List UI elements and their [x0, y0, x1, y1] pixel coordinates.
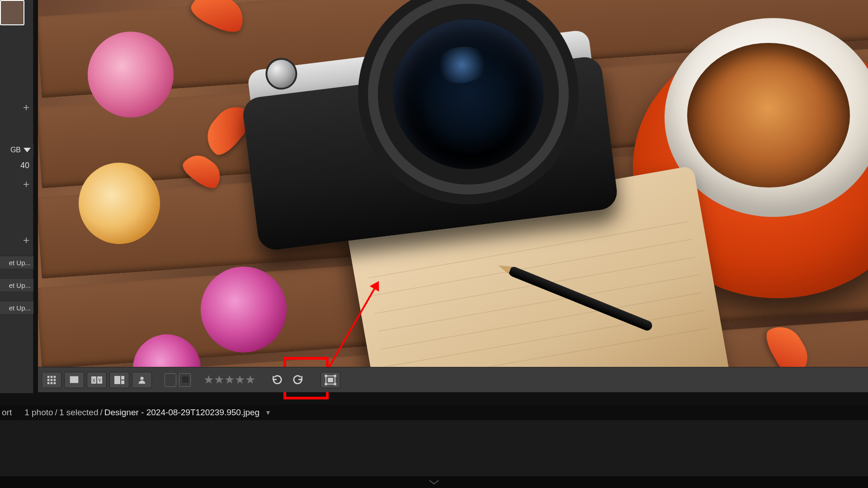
svg-rect-4 — [51, 379, 53, 381]
plus-icon — [22, 236, 30, 244]
flag-reject-button[interactable] — [179, 373, 191, 387]
status-sep: / — [55, 408, 57, 418]
grid-view-icon — [46, 375, 57, 385]
svg-point-22 — [334, 375, 336, 377]
loupe-view-icon — [69, 375, 80, 385]
filmstrip-toggle[interactable] — [0, 476, 868, 488]
svg-rect-16 — [121, 376, 124, 380]
filename-dropdown-icon[interactable]: ▼ — [265, 409, 271, 416]
sync-settings-button[interactable] — [321, 372, 340, 388]
rating-stars[interactable]: ★ ★ ★ ★ ★ — [203, 373, 255, 387]
svg-rect-5 — [54, 379, 56, 381]
target-collection-setup-2[interactable]: et Up... — [0, 278, 33, 292]
storage-label: GB — [10, 146, 21, 154]
svg-point-23 — [325, 383, 327, 385]
svg-rect-3 — [47, 379, 50, 381]
panel-add-button[interactable] — [3, 102, 30, 113]
star-1[interactable]: ★ — [203, 373, 213, 387]
navigator-thumbnail[interactable] — [0, 0, 24, 25]
sort-label[interactable]: ort — [2, 408, 12, 418]
svg-rect-6 — [47, 382, 50, 384]
flag-pick-button[interactable] — [165, 373, 176, 387]
svg-rect-20 — [328, 378, 333, 382]
bottom-toolbar: XY ★ ★ ★ ★ ★ — [38, 367, 868, 392]
star-3[interactable]: ★ — [224, 373, 234, 387]
rotate-ccw-icon — [271, 374, 283, 386]
panel-add-button-2[interactable] — [3, 179, 30, 190]
plus-icon — [22, 103, 30, 112]
star-5[interactable]: ★ — [245, 373, 255, 387]
svg-point-18 — [140, 376, 143, 380]
survey-view-icon — [114, 375, 125, 385]
rotate-cw-button[interactable] — [288, 372, 308, 388]
svg-rect-7 — [51, 382, 53, 384]
plus-icon — [22, 180, 30, 188]
target-collection-setup-1[interactable]: et Up... — [0, 256, 33, 269]
svg-rect-0 — [47, 375, 50, 378]
svg-text:X: X — [92, 378, 96, 383]
storage-value: 40 — [20, 161, 29, 170]
target-collection-setup-3[interactable]: et Up... — [0, 301, 33, 314]
selected-count: 1 selected — [59, 408, 99, 418]
sync-settings-icon — [325, 375, 336, 385]
loupe-view-button[interactable] — [64, 372, 84, 388]
svg-rect-10 — [71, 376, 78, 382]
svg-text:Y: Y — [98, 378, 102, 383]
photo-flower — [88, 32, 174, 117]
people-view-icon — [137, 375, 147, 385]
status-sep: / — [100, 408, 103, 418]
compare-view-button[interactable]: XY — [87, 372, 107, 388]
chevron-down-icon — [428, 479, 440, 485]
svg-point-24 — [334, 383, 336, 385]
panel-add-button-3[interactable] — [3, 235, 30, 246]
svg-rect-2 — [54, 375, 56, 378]
grid-view-button[interactable] — [42, 372, 61, 388]
compare-view-icon: XY — [91, 375, 103, 385]
svg-rect-8 — [54, 382, 56, 384]
svg-point-21 — [325, 375, 327, 377]
status-bar: ort 1 photo / 1 selected / Designer - 20… — [0, 405, 868, 420]
photo-camera — [212, 0, 642, 294]
people-view-button[interactable] — [132, 372, 152, 388]
svg-rect-1 — [51, 375, 53, 378]
storage-dropdown[interactable]: GB — [0, 144, 33, 156]
left-panel: GB 40 et Up... et Up... et Up... — [0, 0, 33, 393]
app-root: GB 40 et Up... et Up... et Up... — [0, 0, 868, 488]
image-canvas[interactable] — [38, 0, 868, 367]
rotate-cw-icon — [292, 374, 304, 386]
rotate-ccw-button[interactable] — [267, 372, 287, 388]
svg-rect-17 — [121, 380, 124, 384]
dropdown-triangle-icon — [24, 148, 31, 152]
current-filename[interactable]: Designer - 2024-08-29T120239.950.jpeg — [104, 408, 259, 418]
photo-flower — [79, 163, 160, 244]
svg-rect-15 — [114, 376, 120, 384]
star-2[interactable]: ★ — [214, 373, 223, 387]
photo-coffee — [687, 43, 850, 188]
survey-view-button[interactable] — [109, 372, 129, 388]
photo-count: 1 photo — [24, 408, 53, 418]
star-4[interactable]: ★ — [235, 373, 244, 387]
